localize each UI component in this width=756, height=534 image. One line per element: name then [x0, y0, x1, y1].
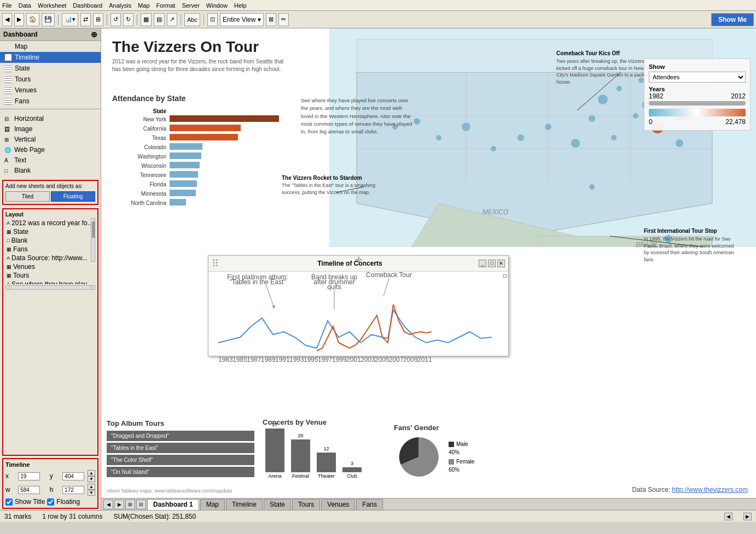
chart-type-btn[interactable]: 📊▾ [62, 13, 78, 26]
h-up[interactable]: ▲ [88, 484, 95, 490]
data-source-link[interactable]: http://www.thevizzers.com [672, 486, 748, 494]
show-title-checkbox[interactable] [5, 498, 13, 506]
menu-dashboard[interactable]: Dashboard [73, 2, 102, 9]
redo-btn[interactable]: ↻ [123, 13, 133, 26]
nav-timeline[interactable]: Timeline [0, 52, 101, 63]
menu-worksheet[interactable]: Worksheet [38, 2, 66, 9]
obj-image[interactable]: 🖼 Image [2, 124, 98, 134]
sort-btn[interactable]: ⊞ [93, 13, 103, 26]
view-dropdown[interactable]: Entire View ▾ [220, 13, 264, 26]
pos-h-input[interactable] [62, 486, 84, 494]
obj-webpage[interactable]: 🌐 Web Page [2, 145, 98, 155]
nav-venues[interactable]: Venues [0, 85, 101, 96]
menu-data[interactable]: Data [19, 2, 31, 9]
layout-item-venues[interactable]: ▦ Venues [5, 262, 95, 271]
obj-vertical[interactable]: ⊞ Vertical [2, 134, 98, 144]
timeline-close[interactable]: ✕ [497, 260, 505, 267]
home-btn[interactable]: 🏠 [26, 13, 39, 26]
obj-text[interactable]: A Text [2, 155, 98, 165]
layout-item-tours[interactable]: ▦ Tours [5, 271, 95, 280]
menu-analysis[interactable]: Analysis [109, 2, 131, 9]
floating-checkbox[interactable] [47, 498, 54, 506]
hscroll-left[interactable] [5, 285, 10, 290]
callout-intl-text: In 1995, the Vizzers hit the road for Sa… [644, 236, 740, 263]
layout-scrollbar[interactable] [91, 218, 95, 262]
bar-row-wisconsin: Wisconsin [112, 162, 309, 169]
nav-fans[interactable]: Fans [0, 96, 101, 107]
album-bar-4[interactable]: "On Null Island" [107, 467, 254, 477]
layout-item-text1[interactable]: A 2012 was a record year fo... [5, 219, 95, 227]
fit-btn[interactable]: ⊡ [207, 13, 218, 26]
menu-server[interactable]: Server [182, 2, 199, 9]
tab-grid[interactable]: ⊟ [136, 500, 146, 509]
venue-club: 3 Club [342, 461, 362, 479]
bar-row-minnesota: Minnesota [112, 190, 309, 197]
layout-item-fans[interactable]: ▦ Fans [5, 245, 95, 254]
tab-home[interactable]: ⊞ [125, 500, 135, 509]
layout-item-text2[interactable]: A See where they have play... [5, 280, 95, 284]
undo-btn[interactable]: ↺ [111, 13, 121, 26]
external-link-icon[interactable]: ⊡ [503, 273, 507, 279]
tab-venues[interactable]: Venues [321, 499, 355, 510]
menu-help[interactable]: Help [234, 2, 247, 9]
zoom-out-btn[interactable]: ◀ [724, 513, 732, 520]
tab-scroll-right[interactable]: ▶ [114, 500, 124, 509]
tab-map[interactable]: Map [200, 499, 225, 510]
annotate-btn[interactable]: ✏ [278, 13, 289, 26]
years-slider[interactable] [649, 101, 746, 105]
album-bar-1[interactable]: "Dragged and Dropped" [107, 431, 254, 441]
floating-btn[interactable]: Floating [51, 191, 95, 202]
svg-point-18 [462, 122, 470, 131]
tab-timeline[interactable]: Timeline [226, 499, 263, 510]
pos-y-input[interactable] [62, 472, 84, 480]
forward-btn[interactable]: ▶ [14, 13, 24, 26]
menu-window[interactable]: Window [206, 2, 228, 9]
svg-text:Comeback Tour: Comeback Tour [366, 272, 412, 279]
album-bar-2[interactable]: "Tables in the East" [107, 443, 254, 453]
timeline-maximize[interactable]: □ [488, 260, 496, 267]
svg-point-14 [571, 139, 580, 148]
back-btn[interactable]: ◀ [2, 13, 12, 26]
filter-btn[interactable]: ▦ [141, 13, 152, 26]
timeline-minimize[interactable]: _ [479, 260, 486, 267]
y-down[interactable]: ▼ [88, 476, 95, 482]
layout-item-state[interactable]: ▦ State [5, 227, 95, 236]
tab-tours[interactable]: Tours [292, 499, 320, 510]
tab-fans[interactable]: Fans [356, 499, 383, 510]
hscroll-right[interactable] [91, 285, 95, 290]
tab-scroll-left[interactable]: ◀ [103, 500, 113, 509]
nav-map[interactable]: Map [0, 41, 101, 52]
group-btn[interactable]: ↗ [167, 13, 177, 26]
menu-format[interactable]: Format [156, 2, 176, 9]
tab-dashboard1[interactable]: Dashboard 1 [147, 499, 199, 510]
show-me-btn[interactable]: Show Me [711, 13, 754, 26]
layout-item-datasource[interactable]: A Data Source: http://www... [5, 254, 95, 262]
album-bar-3[interactable]: "The Color Shelf" [107, 455, 254, 465]
label-btn[interactable]: Abc [184, 13, 200, 26]
layout-item-blank[interactable]: □ Blank [5, 236, 95, 245]
pos-w-input[interactable] [18, 486, 40, 494]
menu-file[interactable]: File [2, 2, 12, 9]
nav-tours[interactable]: Tours [0, 74, 101, 85]
swap-btn[interactable]: ⇄ [80, 13, 91, 26]
obj-horizontal[interactable]: ⊟ Horizontal [2, 114, 98, 124]
svg-text:2009: 2009 [403, 356, 418, 363]
svg-text:1993: 1993 [289, 356, 304, 363]
menu-map[interactable]: Map [138, 2, 149, 9]
years-label: Years [649, 86, 746, 92]
color-bar [649, 109, 746, 116]
pos-x-input[interactable] [18, 472, 40, 480]
zoom-in-btn[interactable]: ▶ [743, 513, 752, 520]
y-up[interactable]: ▲ [88, 470, 95, 476]
tiled-btn[interactable]: Tiled [5, 191, 50, 202]
highlight-btn[interactable]: ▤ [154, 13, 165, 26]
show-select[interactable]: Attendees [649, 72, 746, 83]
h-down[interactable]: ▼ [88, 490, 95, 496]
save-btn[interactable]: 💾 [42, 13, 55, 26]
freeze-btn[interactable]: ⊠ [266, 13, 276, 26]
obj-blank[interactable]: □ Blank [2, 166, 98, 175]
tab-state[interactable]: State [264, 499, 291, 510]
male-color [449, 442, 454, 447]
nav-state[interactable]: State [0, 63, 101, 74]
resize-handle[interactable]: ✛ [355, 255, 362, 265]
